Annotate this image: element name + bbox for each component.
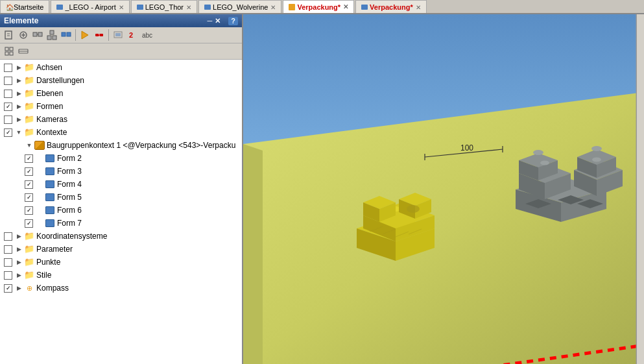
tab-verpackung1[interactable]: Verpackung*✕ [283, 0, 354, 14]
tree-expander-darstellungen[interactable]: ▶ [14, 75, 24, 86]
tree-checkbox-form3[interactable] [25, 167, 33, 176]
svg-rect-18 [115, 33, 121, 36]
toolbar-btn-9[interactable]: 2 [126, 29, 139, 42]
tree-checkbox-form6[interactable] [25, 206, 33, 215]
svg-rect-24 [10, 52, 13, 55]
svg-rect-7 [38, 32, 42, 36]
tree-expander-kontexte[interactable]: ▼ [14, 127, 24, 138]
tree-label-form3: Form 3 [57, 165, 82, 177]
tree-expander-punkte[interactable]: ▶ [14, 256, 24, 268]
tree-checkbox-kontexte[interactable] [4, 128, 12, 137]
tree-item-form3[interactable]: Form 3 [0, 165, 242, 178]
tree-expander-achsen[interactable]: ▶ [14, 62, 24, 73]
panel-controls: ─ ✕ ? [207, 17, 238, 25]
tree-label-form2: Form 2 [57, 152, 82, 164]
tree-expander-kameras[interactable]: ▶ [14, 114, 24, 125]
tree-item-kontexte[interactable]: ▼📁Kontexte [0, 126, 242, 139]
tree-checkbox-parameter[interactable] [4, 245, 12, 254]
tree-item-form4[interactable]: Form 4 [0, 178, 242, 191]
tab-lego_wolverine[interactable]: LEGO_Wolverine✕ [198, 0, 281, 14]
tree-label-stile: Stile [36, 269, 51, 281]
toolbar-btn-6[interactable] [78, 29, 91, 42]
tree-label-kameras: Kameras [36, 114, 67, 125]
tree-checkbox-form2[interactable] [25, 154, 33, 163]
svg-rect-6 [33, 32, 37, 36]
toolbar-btn-7[interactable]: 1 [93, 29, 106, 42]
tree-checkbox-darstellungen[interactable] [4, 77, 12, 85]
tab-label-lego_airport: _LEGO - Airport [65, 3, 115, 11]
tree-icon-punkte: 📁 [24, 257, 34, 267]
toolbar-btn-8[interactable] [112, 29, 125, 42]
panel-title: Elemente [4, 16, 38, 25]
viewport-scrollbar[interactable] [636, 14, 644, 364]
tree-item-formen[interactable]: ▶📁Formen [0, 100, 242, 113]
tree-icon-koordinatensysteme: 📁 [24, 231, 34, 241]
tree-expander-formen[interactable]: ▶ [14, 101, 24, 112]
toolbar-btn-3[interactable] [31, 29, 44, 42]
tab-lego_airport[interactable]: _LEGO - Airport✕ [51, 0, 129, 14]
tree-item-form2[interactable]: Form 2 [0, 152, 242, 165]
expand-all-btn[interactable] [3, 45, 16, 58]
tree-item-form6[interactable]: Form 6 [0, 204, 242, 217]
tree-expander-baugruppenkontext1[interactable]: ▼ [24, 140, 34, 151]
app-window: 🏠Startseite_LEGO - Airport✕LEGO_Thor✕LEG… [0, 0, 644, 364]
toolbar-btn-2[interactable] [17, 29, 30, 42]
toolbar-btn-5[interactable] [60, 29, 73, 42]
svg-point-50 [407, 205, 420, 213]
tree-item-parameter[interactable]: ▶📁Parameter [0, 243, 242, 256]
tree-item-baugruppenkontext1[interactable]: ▼Baugruppenkontext 1 <@Verpackung <543>-… [0, 139, 242, 152]
toolbar-btn-4[interactable] [45, 29, 58, 42]
tree-item-achsen[interactable]: ▶📁Achsen [0, 61, 242, 74]
tree-expander-kompass[interactable]: ▶ [14, 282, 24, 294]
tree-item-punkte[interactable]: ▶📁Punkte [0, 256, 242, 269]
tree-checkbox-achsen[interactable] [4, 64, 12, 72]
tab-close-verpackung2[interactable]: ✕ [416, 4, 421, 11]
tree-item-ebenen[interactable]: ▶📁Ebenen [0, 87, 242, 100]
help-icon[interactable]: ? [228, 17, 238, 25]
tree-expander-ebenen[interactable]: ▶ [14, 88, 24, 99]
tree-item-kameras[interactable]: ▶📁Kameras [0, 113, 242, 126]
svg-rect-21 [5, 47, 8, 51]
toolbar-btn-1[interactable] [3, 29, 16, 42]
tree-item-stile[interactable]: ▶📁Stile [0, 269, 242, 282]
close-panel-icon[interactable]: ✕ [215, 17, 221, 25]
toolbar-sep-2 [108, 29, 109, 41]
tree-label-koordinatensysteme: Koordinatensysteme [36, 230, 107, 242]
svg-rect-10 [47, 36, 51, 40]
tree-icon-form5 [45, 192, 55, 202]
tree-item-kompass[interactable]: ▶⊕Kompass [0, 282, 242, 295]
tree-item-darstellungen[interactable]: ▶📁Darstellungen [0, 74, 242, 87]
tree-checkbox-koordinatensysteme[interactable] [4, 232, 12, 241]
toolbar-btn-10[interactable]: abc [140, 29, 158, 42]
tab-close-lego_thor[interactable]: ✕ [186, 4, 191, 11]
pin-icon[interactable]: ─ [207, 17, 212, 25]
tree-checkbox-stile[interactable] [4, 271, 12, 280]
tree-expander-parameter[interactable]: ▶ [14, 243, 24, 255]
tab-label-verpackung1: Verpackung* [297, 3, 340, 11]
tree-checkbox-form4[interactable] [25, 180, 33, 189]
tree-checkbox-ebenen[interactable] [4, 90, 12, 98]
tree-checkbox-kompass[interactable] [4, 284, 12, 293]
tab-close-lego_wolverine[interactable]: ✕ [270, 4, 276, 11]
tree-checkbox-form5[interactable] [25, 193, 33, 202]
tab-label-lego_wolverine: LEGO_Wolverine [213, 3, 268, 11]
tree-item-form5[interactable]: Form 5 [0, 191, 242, 204]
tree-label-kontexte: Kontexte [36, 127, 67, 138]
tree-expander-koordinatensysteme[interactable]: ▶ [14, 230, 24, 242]
tree-expander-stile[interactable]: ▶ [14, 269, 24, 281]
tab-verpackung2[interactable]: Verpackung*✕ [355, 0, 427, 14]
collapse-all-btn[interactable] [17, 45, 30, 58]
tree-checkbox-form7[interactable] [25, 219, 33, 228]
svg-point-73 [592, 158, 601, 162]
tree-item-koordinatensysteme[interactable]: ▶📁Koordinatensysteme [0, 230, 242, 243]
tree-icon-kompass: ⊕ [24, 283, 34, 293]
tab-startseite[interactable]: 🏠Startseite [0, 0, 49, 14]
tree-checkbox-formen[interactable] [4, 103, 12, 111]
tree-label-formen: Formen [36, 101, 63, 112]
tab-close-verpackung1[interactable]: ✕ [343, 3, 348, 10]
tree-checkbox-kameras[interactable] [4, 115, 12, 124]
tab-close-lego_airport[interactable]: ✕ [119, 4, 124, 11]
tab-lego_thor[interactable]: LEGO_Thor✕ [131, 0, 197, 14]
tree-item-form7[interactable]: Form 7 [0, 217, 242, 230]
tree-checkbox-punkte[interactable] [4, 258, 12, 267]
